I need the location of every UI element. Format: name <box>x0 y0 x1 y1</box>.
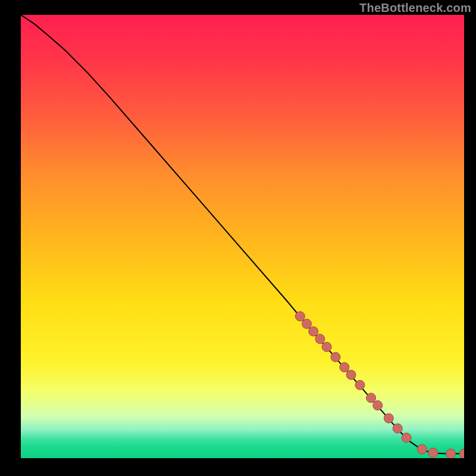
data-marker <box>346 370 356 380</box>
data-marker <box>417 444 427 454</box>
data-marker <box>373 400 383 410</box>
data-marker <box>402 433 411 443</box>
data-marker <box>315 334 325 344</box>
data-marker <box>295 312 305 321</box>
chart-frame: TheBottleneck.com <box>0 0 476 476</box>
data-marker <box>384 414 393 423</box>
data-marker <box>355 380 365 390</box>
data-marker <box>322 342 331 352</box>
data-marker <box>302 319 312 328</box>
plot-svg <box>21 15 464 458</box>
data-marker <box>446 449 456 458</box>
data-marker <box>367 393 376 403</box>
data-marker <box>428 448 438 458</box>
watermark-text: TheBottleneck.com <box>359 1 471 15</box>
plot-area <box>21 15 464 458</box>
data-marker <box>309 327 318 336</box>
data-marker <box>331 352 340 362</box>
data-marker <box>393 424 402 433</box>
data-marker <box>340 362 349 372</box>
gradient-background <box>21 15 464 458</box>
